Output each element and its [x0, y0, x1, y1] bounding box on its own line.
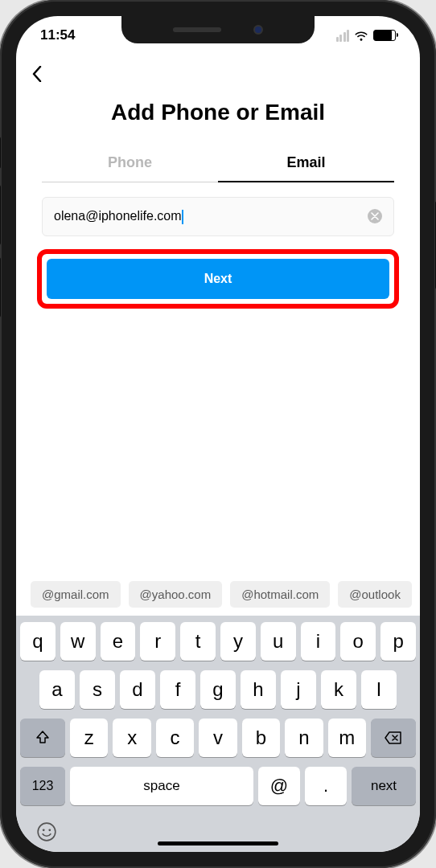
keyboard: q w e r t y u i o p a s d f g h j k l — [16, 616, 420, 852]
backspace-key[interactable] — [371, 719, 416, 757]
key-m[interactable]: m — [328, 719, 366, 757]
emoji-icon[interactable] — [35, 820, 59, 844]
key-k[interactable]: k — [321, 670, 356, 709]
keyboard-next-key[interactable]: next — [352, 767, 416, 805]
key-h[interactable]: h — [241, 670, 276, 709]
key-n[interactable]: n — [285, 719, 323, 757]
key-u[interactable]: u — [261, 622, 296, 661]
keyboard-bottom-row — [20, 815, 416, 844]
phone-frame: 11:54 Add Phone or Email Phone Email ole — [0, 0, 436, 868]
notch — [121, 16, 315, 43]
key-a[interactable]: a — [39, 670, 75, 709]
space-key[interactable]: space — [70, 767, 253, 805]
screen: 11:54 Add Phone or Email Phone Email ole — [16, 16, 420, 852]
suggestion-chip[interactable]: @outlook — [338, 581, 412, 608]
nav-bar — [16, 55, 420, 93]
front-camera — [253, 25, 263, 35]
svg-point-1 — [43, 829, 45, 831]
suggestion-chip[interactable]: @hotmail.com — [230, 581, 330, 608]
key-t[interactable]: t — [180, 622, 216, 661]
keyboard-row-2: a s d f g h j k l — [20, 670, 416, 709]
mute-switch — [0, 137, 1, 169]
key-s[interactable]: s — [80, 670, 115, 709]
key-w[interactable]: w — [60, 622, 96, 661]
key-p[interactable]: p — [380, 622, 416, 661]
home-indicator[interactable] — [158, 841, 278, 845]
tab-email[interactable]: Email — [218, 145, 394, 182]
numbers-key[interactable]: 123 — [20, 767, 65, 805]
key-q[interactable]: q — [20, 622, 56, 661]
next-button-highlight: Next — [37, 249, 399, 309]
suggestion-chip[interactable]: @yahoo.com — [129, 581, 223, 608]
clear-input-icon[interactable] — [368, 209, 382, 223]
key-g[interactable]: g — [200, 670, 236, 709]
text-cursor — [182, 210, 183, 224]
volume-down-button — [0, 257, 1, 317]
speaker — [173, 27, 221, 32]
page-title: Add Phone or Email — [16, 100, 420, 125]
tabs: Phone Email — [42, 145, 394, 182]
key-c[interactable]: c — [156, 719, 194, 757]
dot-key[interactable]: . — [305, 767, 347, 805]
key-y[interactable]: y — [220, 622, 256, 661]
status-time: 11:54 — [40, 27, 75, 43]
tab-phone[interactable]: Phone — [42, 145, 218, 182]
key-r[interactable]: r — [140, 622, 175, 661]
key-l[interactable]: l — [361, 670, 397, 709]
svg-point-2 — [48, 829, 51, 831]
email-input-wrap[interactable]: olena@iphonelife.com — [42, 197, 394, 236]
keyboard-row-4: 123 space @ . next — [20, 767, 416, 805]
at-key[interactable]: @ — [258, 767, 300, 805]
wifi-icon — [354, 30, 368, 41]
key-f[interactable]: f — [160, 670, 195, 709]
volume-up-button — [0, 185, 1, 245]
svg-point-0 — [38, 823, 56, 841]
cellular-signal-icon — [336, 30, 350, 42]
key-e[interactable]: e — [101, 622, 136, 661]
suggestion-chip[interactable]: @gmail.com — [31, 581, 121, 608]
keyboard-row-1: q w e r t y u i o p — [20, 622, 416, 661]
key-i[interactable]: i — [301, 622, 336, 661]
email-value: olena@iphonelife.com — [54, 209, 183, 224]
key-o[interactable]: o — [340, 622, 376, 661]
keyboard-row-3: z x c v b n m — [20, 719, 416, 757]
key-z[interactable]: z — [70, 719, 108, 757]
key-x[interactable]: x — [113, 719, 150, 757]
key-v[interactable]: v — [199, 719, 237, 757]
key-b[interactable]: b — [242, 719, 280, 757]
battery-icon — [373, 30, 396, 41]
key-j[interactable]: j — [281, 670, 316, 709]
email-suggestions-bar: @gmail.com @yahoo.com @hotmail.com @outl… — [16, 581, 420, 616]
key-d[interactable]: d — [120, 670, 155, 709]
shift-key[interactable] — [20, 719, 65, 757]
back-chevron-icon[interactable] — [29, 66, 45, 82]
next-button[interactable]: Next — [47, 259, 389, 299]
